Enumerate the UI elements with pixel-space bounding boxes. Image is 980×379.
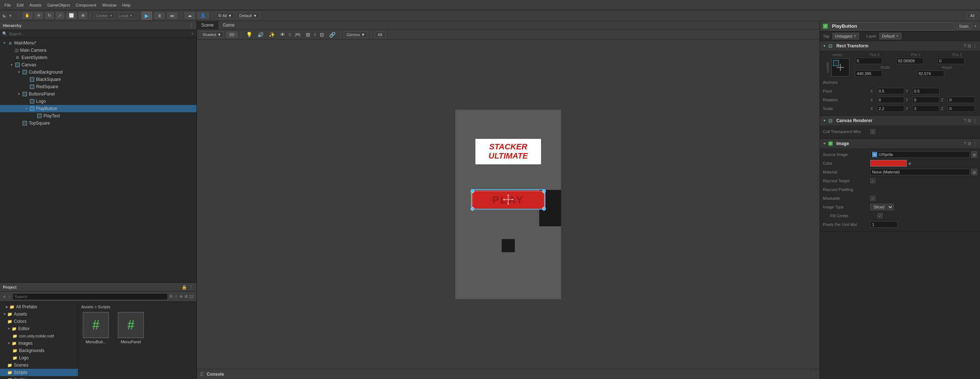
pos-x-field[interactable] <box>855 57 882 64</box>
hierarchy-menu-icon[interactable]: ⋮ <box>188 22 194 29</box>
effects-toggle[interactable]: ✨ <box>267 31 276 38</box>
rotate-tool[interactable]: ↻ <box>45 12 54 19</box>
hierarchy-item-eventsystem[interactable]: ⚙ EventSystem <box>0 54 197 61</box>
snap-toggle[interactable]: 🔗 <box>328 31 337 38</box>
lighting-toggle[interactable]: 💡 <box>245 31 254 38</box>
project-menu-icon[interactable]: ⋮ <box>188 284 194 290</box>
image-header[interactable]: ▼ ✓ Image ? ⊟ ⋮ <box>820 139 980 148</box>
shaded-select[interactable]: Shaded ▼ <box>200 31 224 38</box>
hierarchy-item-canvas[interactable]: ▼ Canvas <box>0 61 197 68</box>
pixels-per-unit-field[interactable] <box>870 221 897 228</box>
color-swatch[interactable] <box>870 160 907 167</box>
pos-z-field[interactable] <box>937 57 965 64</box>
folder-backgrounds[interactable]: 📁 Backgrounds <box>0 347 78 354</box>
folder-scripts[interactable]: 📁 Scripts <box>0 369 78 376</box>
pivot-x-field[interactable] <box>877 88 904 94</box>
folder-sprites[interactable]: 📁 Sprites <box>0 376 78 379</box>
hierarchy-item-playbutton[interactable]: ▼ PlayButton <box>0 105 197 112</box>
static-dropdown[interactable]: ▼ <box>974 24 977 28</box>
folder-logo[interactable]: 📁 Logo <box>0 354 78 362</box>
2d-button[interactable]: 2D <box>226 31 238 38</box>
console-tab[interactable]: Console <box>207 372 224 377</box>
canvas-renderer-header[interactable]: ▼ ⊟ Canvas Renderer ? ⊟ ⋮ <box>820 116 980 125</box>
rt-question-btn[interactable]: ? <box>964 43 966 49</box>
hierarchy-item-playtext[interactable]: PlayText <box>0 112 197 119</box>
menu-file[interactable]: File <box>2 2 13 8</box>
asset-menubtn[interactable]: # MenuButt... <box>81 312 110 344</box>
folder-scenes[interactable]: 📁 Scenes <box>0 362 78 369</box>
hierarchy-item-cubebackground[interactable]: ▼ CubeBackground <box>0 68 197 76</box>
render-toggle[interactable]: 🎮 <box>293 31 302 38</box>
img-question-btn[interactable]: ? <box>964 141 966 146</box>
lock-icon[interactable]: 🔒 <box>181 285 187 290</box>
fav-btn[interactable]: ★ <box>180 294 183 299</box>
transform-tool[interactable]: ⊕ <box>79 12 87 19</box>
hierarchy-item-topsquare[interactable]: TopSquare <box>0 119 197 127</box>
cr-dots-btn[interactable]: ⋮ <box>973 118 977 123</box>
scale-y-field[interactable] <box>912 105 940 112</box>
cr-question-btn[interactable]: ? <box>964 118 966 123</box>
menu-gameobject[interactable]: GameObject <box>45 2 72 8</box>
audio-toggle[interactable]: 🔊 <box>256 31 265 38</box>
hierarchy-item-buttonspanel[interactable]: ▼ ButtonsPanel <box>0 90 197 98</box>
anchor-visual[interactable] <box>831 58 850 76</box>
pivot-dropdown[interactable]: ▼ <box>110 14 113 17</box>
hand-tool[interactable]: ✋ <box>22 12 32 19</box>
active-checkbox[interactable]: ✓ <box>823 24 828 29</box>
rect-transform-header[interactable]: ▼ ⊟ Rect Transform ? ⊟ ⋮ <box>820 41 980 51</box>
tag-dropdown[interactable]: Untagged ▼ <box>832 33 859 40</box>
img-dots-btn[interactable]: ⋮ <box>973 141 977 146</box>
layout-dropdown[interactable]: Default ▼ <box>237 13 259 19</box>
cull-checkbox[interactable]: ✓ <box>870 129 875 134</box>
move-tool[interactable]: ✛ <box>35 12 43 19</box>
folder-assets[interactable]: ▼ 📁 Assets <box>0 311 78 318</box>
scale-tool[interactable]: ⤢ <box>56 12 64 19</box>
color-picker-icon[interactable]: ◈ <box>908 161 911 166</box>
layers-dropdown[interactable]: ⧉ All ▼ <box>216 12 234 19</box>
sprite-pick-btn[interactable]: ◎ <box>971 151 977 158</box>
rot-x-field[interactable] <box>877 97 904 103</box>
menu-component[interactable]: Component <box>73 2 99 8</box>
width-field[interactable] <box>855 70 882 77</box>
folder-images[interactable]: ▼ 📁 Images <box>0 339 78 347</box>
folder-editor[interactable]: ▼ 📁 Editor <box>0 325 78 332</box>
menu-help[interactable]: Help <box>120 2 133 8</box>
menu-assets[interactable]: Assets <box>27 2 44 8</box>
img-active-checkbox[interactable]: ✓ <box>828 141 833 146</box>
hidden-toggle[interactable]: 👁 <box>278 31 286 38</box>
search-filter-btn[interactable]: ⚙ <box>169 294 173 299</box>
cr-settings-btn[interactable]: ⊟ <box>967 118 971 123</box>
fill-center-checkbox[interactable]: ✓ <box>878 213 883 218</box>
menu-edit[interactable]: Edit <box>14 2 26 8</box>
pivot-y-field[interactable] <box>912 88 940 94</box>
hierarchy-item-logo[interactable]: Logo <box>0 98 197 105</box>
hierarchy-item-redsquare[interactable]: RedSquare <box>0 83 197 90</box>
step-button[interactable]: ⏭ <box>167 13 178 19</box>
scale-z-field[interactable] <box>948 105 975 112</box>
hierarchy-item-mainmenu[interactable]: ▼ ⊞ MainMenu* <box>0 40 197 47</box>
game-tab[interactable]: Game <box>218 21 239 29</box>
folder-all-prefabs[interactable]: ▶ 📁 All Prefabs <box>0 303 78 311</box>
viewport-area[interactable]: STACKERULTIMATE PLAY <box>197 40 819 369</box>
layer-dropdown[interactable]: Default ▼ <box>880 33 902 40</box>
add-button[interactable]: + <box>3 294 6 300</box>
scale-x-field[interactable] <box>877 105 904 112</box>
image-type-select[interactable]: Sliced Simple Tiled Filled <box>870 204 894 210</box>
rot-y-field[interactable] <box>912 97 940 103</box>
material-field[interactable]: None (Material) <box>870 169 970 175</box>
account-button[interactable]: 👤 <box>197 12 209 19</box>
material-pick-btn[interactable]: ◎ <box>971 169 977 175</box>
pause-button[interactable]: ⏸ <box>154 13 165 19</box>
menu-window[interactable]: Window <box>100 2 118 8</box>
hierarchy-item-maincamera[interactable]: 🎥 Main Camera <box>0 47 197 54</box>
gizmos-dropdown[interactable]: Gizmos ▼ <box>344 31 368 38</box>
object-name-field[interactable] <box>830 22 955 30</box>
asset-menupanel[interactable]: # MenuPanel <box>116 312 145 344</box>
project-search[interactable] <box>13 293 168 300</box>
star-btn[interactable]: ☆ <box>174 294 178 299</box>
hierarchy-search-options[interactable]: ▼ <box>191 32 194 36</box>
scene-tools[interactable]: ⊞ <box>304 31 312 38</box>
folder-com-unity[interactable]: 📁 com.unity.mobile.notif <box>0 332 78 339</box>
rt-dots-btn[interactable]: ⋮ <box>973 43 977 49</box>
console-menu-icon[interactable]: ⋮ <box>811 371 817 377</box>
